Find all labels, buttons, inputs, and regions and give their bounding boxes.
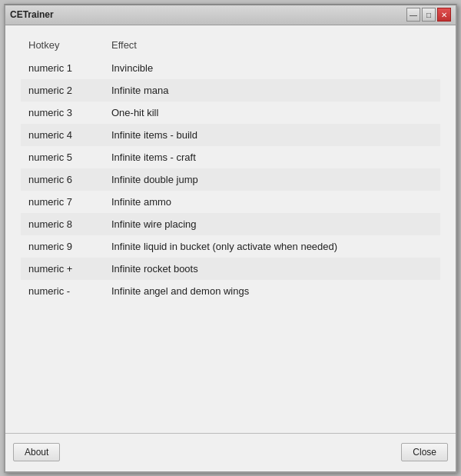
table-row: numeric 5Infinite items - craft — [21, 146, 440, 168]
title-controls: — □ ✕ — [406, 8, 451, 22]
hotkey-cell: numeric + — [21, 258, 104, 280]
hotkey-cell: numeric 6 — [21, 168, 104, 191]
effect-cell: Infinite items - craft — [104, 146, 440, 168]
close-window-button[interactable]: ✕ — [437, 8, 451, 22]
close-button[interactable]: Close — [401, 443, 448, 461]
title-bar: CETrainer — □ ✕ — [5, 5, 456, 25]
about-button[interactable]: About — [13, 443, 60, 461]
hotkey-cell: numeric 2 — [21, 79, 104, 102]
effect-cell: Infinite ammo — [104, 191, 440, 213]
hotkey-cell: numeric 7 — [21, 191, 104, 213]
effect-cell: Invincible — [104, 57, 440, 79]
window-title: CETrainer — [10, 9, 54, 20]
table-row: numeric 7Infinite ammo — [21, 191, 440, 213]
hotkey-column-header: Hotkey — [21, 33, 104, 57]
maximize-button[interactable]: □ — [422, 8, 436, 22]
hotkey-cell: numeric - — [21, 280, 104, 302]
effect-column-header: Effect — [104, 33, 440, 57]
effect-cell: Infinite double jump — [104, 168, 440, 191]
effect-cell: One-hit kill — [104, 102, 440, 124]
effect-cell: Infinite angel and demon wings — [104, 280, 440, 302]
effect-cell: Infinite items - build — [104, 124, 440, 146]
hotkey-cell: numeric 9 — [21, 235, 104, 258]
hotkey-cell: numeric 1 — [21, 57, 104, 79]
effect-cell: Infinite rocket boots — [104, 258, 440, 280]
main-window: CETrainer — □ ✕ Hotkey Effect numeric 1I… — [4, 4, 457, 473]
table-row: numeric +Infinite rocket boots — [21, 258, 440, 280]
table-row: numeric 9Infinite liquid in bucket (only… — [21, 235, 440, 258]
footer: About Close — [5, 433, 456, 471]
content-area: Hotkey Effect numeric 1Invinciblenumeric… — [5, 25, 456, 433]
table-row: numeric 2Infinite mana — [21, 79, 440, 102]
hotkey-cell: numeric 4 — [21, 124, 104, 146]
table-row: numeric 3One-hit kill — [21, 102, 440, 124]
table-row: numeric 6Infinite double jump — [21, 168, 440, 191]
table-row: numeric 4Infinite items - build — [21, 124, 440, 146]
effect-cell: Infinite liquid in bucket (only activate… — [104, 235, 440, 258]
hotkey-cell: numeric 8 — [21, 213, 104, 235]
minimize-button[interactable]: — — [406, 8, 420, 22]
table-row: numeric -Infinite angel and demon wings — [21, 280, 440, 302]
hotkey-cell: numeric 5 — [21, 146, 104, 168]
effect-cell: Infinite mana — [104, 79, 440, 102]
table-row: numeric 1Invincible — [21, 57, 440, 79]
hotkey-cell: numeric 3 — [21, 102, 104, 124]
table-row: numeric 8Infinite wire placing — [21, 213, 440, 235]
hotkey-table: Hotkey Effect numeric 1Invinciblenumeric… — [21, 33, 440, 302]
effect-cell: Infinite wire placing — [104, 213, 440, 235]
